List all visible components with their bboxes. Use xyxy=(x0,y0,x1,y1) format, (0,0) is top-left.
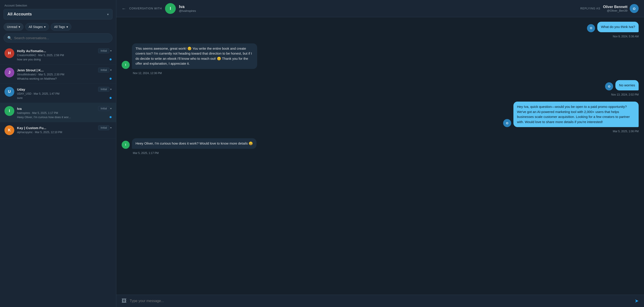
conv-content: Uday Initial ▾ UDAY_USD · Mar 5, 2025, 1… xyxy=(17,87,112,100)
unread-dot xyxy=(110,58,112,60)
list-item[interactable]: I Iva Initial ▾ IvaInspires · Mar 5, 202… xyxy=(0,103,116,122)
conv-stage: Initial ▾ xyxy=(98,106,112,111)
replying-name: Oliver Bennett xyxy=(603,5,628,9)
message-bubble: No worries xyxy=(616,80,639,91)
avatar: U xyxy=(4,87,14,97)
message-time: Mar 5, 2025, 1:06 PM xyxy=(122,130,639,133)
stage-badge[interactable]: Initial xyxy=(98,48,109,53)
avatar: I xyxy=(122,141,130,149)
message-row: No worries O xyxy=(122,80,639,91)
conv-with-label: CONVERSATION WITH xyxy=(129,7,162,10)
replying-handle: @Oliver_Ben39 xyxy=(607,9,628,12)
avatar: H xyxy=(4,48,14,58)
replying-as-label: REPLYING AS xyxy=(580,7,600,10)
compose-input[interactable] xyxy=(130,299,632,303)
unread-dot xyxy=(110,97,112,99)
message-time: Nov 9, 2024, 5:36 AM xyxy=(122,35,639,38)
chat-user-handle: @IvaInspires xyxy=(179,9,196,13)
avatar: I xyxy=(165,3,176,14)
message-time: Nov 13, 2024, 2:02 PM xyxy=(122,93,639,96)
filter-unread[interactable]: Unread ▾ xyxy=(4,23,24,31)
filter-tags-label: All Tags xyxy=(54,25,65,29)
chat-header: ← CONVERSATION WITH I Iva @IvaInspires R… xyxy=(116,0,644,17)
replying-as-section: REPLYING AS Oliver Bennett @Oliver_Ben39… xyxy=(580,4,639,13)
chevron-down-icon: ▾ xyxy=(44,25,46,29)
conv-meta: IvaInspires · Mar 5, 2025, 1:17 PM xyxy=(17,111,112,115)
conversation-list: H Holly AuTomatio... Initial ▾ CreatorHo… xyxy=(0,45,116,307)
list-item[interactable]: K Kay | Custom Fu... Initial ▾ alphacopy… xyxy=(0,122,116,139)
message-time: Nov 12, 2024, 12:36 PM xyxy=(122,72,639,75)
conv-name: Iva xyxy=(17,107,22,111)
conv-header: Holly AuTomatio... Initial ▾ xyxy=(17,48,112,53)
stage-chevron-icon: ▾ xyxy=(110,69,112,72)
conv-meta: alphacopyinc · Mar 5, 2025, 12:10 PM xyxy=(17,131,112,134)
conv-preview: sure xyxy=(17,96,112,100)
conv-header: Iva Initial ▾ xyxy=(17,106,112,111)
stage-badge[interactable]: Initial xyxy=(98,125,109,130)
search-input[interactable] xyxy=(14,36,109,40)
account-dropdown[interactable]: All Accounts ▾ xyxy=(4,9,112,20)
compose-area: 🖼 ➤ xyxy=(116,295,644,307)
filter-stages-label: All Stages xyxy=(28,25,43,29)
message-row: What do you think Iva? O xyxy=(122,22,639,32)
chevron-down-icon: ▾ xyxy=(18,25,20,29)
conv-header: Jenn Strout | K... Initial ▾ xyxy=(17,68,112,73)
stage-chevron-icon: ▾ xyxy=(110,88,112,91)
image-icon[interactable]: 🖼 xyxy=(122,298,126,304)
conv-name: Uday xyxy=(17,88,25,91)
chevron-down-icon: ▾ xyxy=(66,25,68,29)
list-item[interactable]: H Holly AuTomatio... Initial ▾ CreatorHo… xyxy=(0,45,116,65)
unread-dot xyxy=(110,78,112,80)
conv-preview-text: Whatcha working on Matthew? xyxy=(17,77,57,80)
stage-badge[interactable]: Initial xyxy=(98,106,109,111)
conv-preview: Whatcha working on Matthew? xyxy=(17,77,112,80)
conv-preview: how are you doing xyxy=(17,58,112,61)
avatar: O xyxy=(630,4,639,13)
stage-badge[interactable]: Initial xyxy=(98,68,109,73)
message-time: Mar 5, 2025, 1:17 PM xyxy=(122,151,639,155)
stage-chevron-icon: ▾ xyxy=(110,49,112,52)
conv-meta: CreatorHol9842 · Mar 5, 2025, 2:58 PM xyxy=(17,54,112,57)
message-row: Hey Iva, quick question—would you be ope… xyxy=(122,102,639,127)
filter-tags[interactable]: All Tags ▾ xyxy=(51,23,71,31)
avatar: O xyxy=(503,119,511,127)
conv-content: Kay | Custom Fu... Initial ▾ alphacopyin… xyxy=(17,125,112,135)
conv-preview-text: how are you doing xyxy=(17,58,41,61)
conv-stage: Initial ▾ xyxy=(98,48,112,53)
message-bubble: What do you think Iva? xyxy=(597,22,639,32)
conv-name: Jenn Strout | K... xyxy=(17,68,44,72)
avatar: I xyxy=(122,61,130,69)
list-item[interactable]: J Jenn Strout | K... Initial ▾ StroutMot… xyxy=(0,65,116,84)
conv-meta: UDAY_USD · Mar 5, 2025, 1:47 PM xyxy=(17,92,112,95)
chevron-down-icon: ▾ xyxy=(107,13,109,16)
message-bubble: Heey Oliver, I'm curious how does it wor… xyxy=(132,138,256,149)
conv-preview-text: sure xyxy=(17,96,22,100)
message-bubble: This seems awesome, great work! 😊 You wr… xyxy=(132,43,257,69)
conv-stage: Initial ▾ xyxy=(98,68,112,73)
message-row: I This seems awesome, great work! 😊 You … xyxy=(122,43,639,69)
conv-preview-text: Heey Oliver, I'm curious how does it wor… xyxy=(17,115,71,119)
avatar: J xyxy=(4,68,14,77)
chat-user-info: Iva @IvaInspires xyxy=(179,5,196,13)
avatar: O xyxy=(605,82,613,90)
filter-unread-label: Unread xyxy=(7,25,17,29)
account-selection-label: Account Selection xyxy=(0,0,116,9)
list-item[interactable]: U Uday Initial ▾ UDAY_USD · Mar 5, 2025,… xyxy=(0,84,116,103)
message-row: I Heey Oliver, I'm curious how does it w… xyxy=(122,138,639,149)
account-dropdown-text: All Accounts xyxy=(8,12,32,17)
send-button[interactable]: ➤ xyxy=(634,298,639,304)
back-button[interactable]: ← xyxy=(122,6,126,11)
replying-user: Oliver Bennett @Oliver_Ben39 O xyxy=(603,4,639,13)
stage-chevron-icon: ▾ xyxy=(110,107,112,110)
conv-header: Uday Initial ▾ xyxy=(17,87,112,92)
unread-dot xyxy=(110,116,112,118)
message-bubble: Hey Iva, quick question—would you be ope… xyxy=(514,102,639,127)
sidebar: Account Selection All Accounts ▾ Unread … xyxy=(0,0,116,307)
filter-stages[interactable]: All Stages ▾ xyxy=(25,23,49,31)
stage-badge[interactable]: Initial xyxy=(98,87,109,92)
chat-area: ← CONVERSATION WITH I Iva @IvaInspires R… xyxy=(116,0,644,307)
avatar: I xyxy=(4,106,14,116)
stage-chevron-icon: ▾ xyxy=(110,126,112,129)
avatar: O xyxy=(587,24,595,32)
filter-row: Unread ▾ All Stages ▾ All Tags ▾ xyxy=(0,23,116,33)
